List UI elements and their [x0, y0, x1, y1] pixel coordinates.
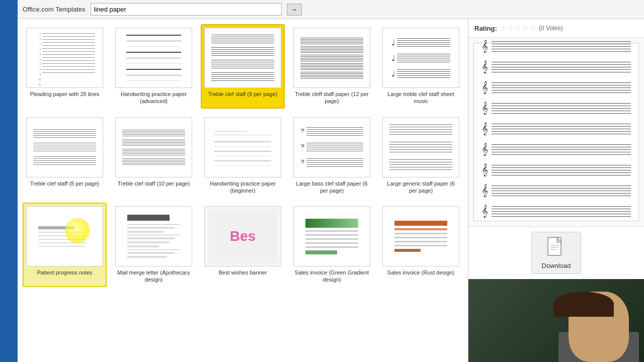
- preview-clef-8: 𝄞: [481, 184, 488, 197]
- right-sidebar: Rating: ☆ ☆ ☆ ☆ ☆ (0 Votes): [468, 19, 644, 362]
- template-thumb-treble-9: [204, 28, 281, 88]
- webcam-face: [569, 292, 629, 362]
- template-item-invoice-rust[interactable]: Sales invoice (Rust design): [379, 203, 463, 287]
- template-item-hw-beg[interactable]: ────────── Handwriting practice pa: [201, 114, 285, 198]
- template-thumb-pleading: 1 2 3 4 5 6 7 8 9 10 11: [26, 28, 103, 88]
- preview-staff-2: 𝄞: [481, 62, 631, 72]
- banner-text: Bes: [230, 228, 256, 244]
- template-item-treble-12[interactable]: Treble cleff staff paper (12 per page): [290, 24, 374, 109]
- star-1[interactable]: ☆: [500, 24, 506, 32]
- rating-row: Rating: ☆ ☆ ☆ ☆ ☆ (0 Votes): [474, 24, 638, 32]
- template-label-invoice-rust: Sales invoice (Rust design): [387, 269, 454, 276]
- template-thumb-bass-6: 𝄢 𝄢: [293, 117, 370, 177]
- preview-clef-3: 𝄞: [481, 81, 488, 94]
- left-sidebar-accent: [0, 0, 18, 362]
- template-thumb-mail-merge: [115, 206, 192, 266]
- template-item-mail-merge[interactable]: Mail merge letter (Apothecary design): [112, 203, 196, 287]
- template-thumb-treble-8: [26, 117, 103, 177]
- preview-staff-8: 𝄞: [481, 186, 631, 196]
- template-thumb-invoice-rust: [382, 206, 459, 266]
- preview-staff-4: 𝄞: [481, 103, 631, 114]
- template-grid: 1 2 3 4 5 6 7 8 9 10 11: [23, 24, 463, 287]
- votes-text: (0 Votes): [539, 25, 563, 32]
- template-label-bass-6: Large bass clef staff paper (6 per page): [293, 180, 370, 195]
- search-button[interactable]: →: [287, 4, 302, 16]
- download-label: Download: [542, 262, 571, 269]
- template-grid-container: 1 2 3 4 5 6 7 8 9 10 11: [18, 19, 468, 362]
- preview-staff-1: 𝄞: [481, 41, 631, 52]
- download-area: Download: [468, 227, 644, 279]
- template-item-patient[interactable]: Patient progress notes: [23, 203, 107, 287]
- template-thumb-large-treble: ♩ ♩: [382, 28, 459, 88]
- template-item-pleading[interactable]: 1 2 3 4 5 6 7 8 9 10 11: [23, 24, 107, 109]
- preview-staff-7: 𝄞: [481, 165, 631, 175]
- rating-label: Rating:: [474, 25, 497, 32]
- template-thumb-generic-staff: [382, 117, 459, 177]
- preview-clef-7: 𝄞: [481, 163, 488, 176]
- template-thumb-banner: Bes: [204, 206, 281, 266]
- download-button[interactable]: Download: [531, 232, 582, 274]
- star-2[interactable]: ☆: [507, 24, 514, 32]
- template-label-treble-12: Treble cleff staff paper (12 per page): [293, 90, 370, 105]
- preview-clef-2: 𝄞: [481, 60, 488, 73]
- template-label-banner: Best wishes banner: [219, 269, 267, 276]
- preview-staff-9: 𝄞: [481, 206, 631, 217]
- template-item-invoice-green[interactable]: Sales invoice (Green Gradient design): [290, 203, 374, 287]
- download-icon: [547, 236, 565, 260]
- search-input[interactable]: [91, 3, 282, 16]
- template-item-treble-10[interactable]: Treble clef staff (10 per page): [112, 114, 196, 198]
- preview-image: 𝄞 𝄞: [473, 43, 639, 221]
- template-thumb-treble-12: [293, 28, 370, 88]
- star-3[interactable]: ☆: [515, 24, 521, 32]
- star-5[interactable]: ☆: [530, 24, 536, 32]
- preview-clef-6: 𝄞: [481, 143, 488, 156]
- webcam-placeholder: [468, 279, 644, 362]
- template-item-banner[interactable]: Bes Best wishes banner: [201, 203, 285, 287]
- preview-staff-6: 𝄞: [481, 144, 631, 155]
- preview-staff-3: 𝄞: [481, 82, 631, 93]
- template-label-hw-adv: Handwriting practice paper (advanced): [115, 90, 192, 105]
- template-item-hw-adv[interactable]: Handwriting practice paper (advanced): [112, 24, 196, 109]
- preview-clef-4: 𝄞: [481, 102, 488, 115]
- template-thumb-patient: [26, 206, 103, 266]
- template-item-bass-6[interactable]: 𝄢 𝄢: [290, 114, 374, 198]
- app-title: Office.com Templates: [23, 6, 86, 13]
- template-thumb-invoice-green: [293, 206, 370, 266]
- template-label-hw-beg: Handwriting practice paper (beginner): [204, 180, 281, 195]
- template-item-treble-8[interactable]: Treble clef staff (8 per page): [23, 114, 107, 198]
- template-thumb-treble-10: [115, 117, 192, 177]
- template-label-patient: Patient progress notes: [37, 269, 92, 276]
- preview-pane: 𝄞 𝄞: [468, 38, 644, 227]
- template-label-treble-9: Treble clef staff (9 per page): [208, 90, 278, 98]
- header-bar: Office.com Templates →: [18, 0, 644, 19]
- template-item-treble-9[interactable]: Treble clef staff (9 per page): [201, 24, 285, 109]
- template-label-generic-staff: Large generic staff paper (6 per page): [382, 180, 459, 195]
- preview-clef-5: 𝄞: [481, 122, 488, 135]
- template-label-large-treble: Large treble clef staff sheet music: [382, 90, 459, 105]
- template-label-treble-8: Treble clef staff (8 per page): [30, 180, 100, 187]
- preview-staff-5: 𝄞: [481, 124, 631, 134]
- main-content: Office.com Templates → 1 2 3 4: [18, 0, 644, 362]
- template-label-mail-merge: Mail merge letter (Apothecary design): [115, 269, 192, 284]
- preview-clef-9: 𝄞: [481, 205, 488, 218]
- template-item-generic-staff[interactable]: Large generic staff paper (6 per page): [379, 114, 463, 198]
- template-item-large-treble[interactable]: ♩ ♩: [379, 24, 463, 109]
- rating-area: Rating: ☆ ☆ ☆ ☆ ☆ (0 Votes): [468, 19, 644, 38]
- rating-stars: ☆ ☆ ☆ ☆ ☆: [500, 24, 536, 32]
- template-thumb-hw-beg: ──────────: [204, 117, 281, 177]
- webcam-hair: [553, 292, 614, 317]
- content-area: 1 2 3 4 5 6 7 8 9 10 11: [18, 19, 644, 362]
- template-label-pleading: Pleading paper with 28 lines: [30, 90, 100, 98]
- webcam-area: [468, 279, 644, 362]
- preview-clef-1: 𝄞: [481, 40, 488, 53]
- template-label-invoice-green: Sales invoice (Green Gradient design): [293, 269, 370, 284]
- star-4[interactable]: ☆: [522, 24, 529, 32]
- template-label-treble-10: Treble clef staff (10 per page): [118, 180, 190, 187]
- template-thumb-hw-adv: [115, 28, 192, 88]
